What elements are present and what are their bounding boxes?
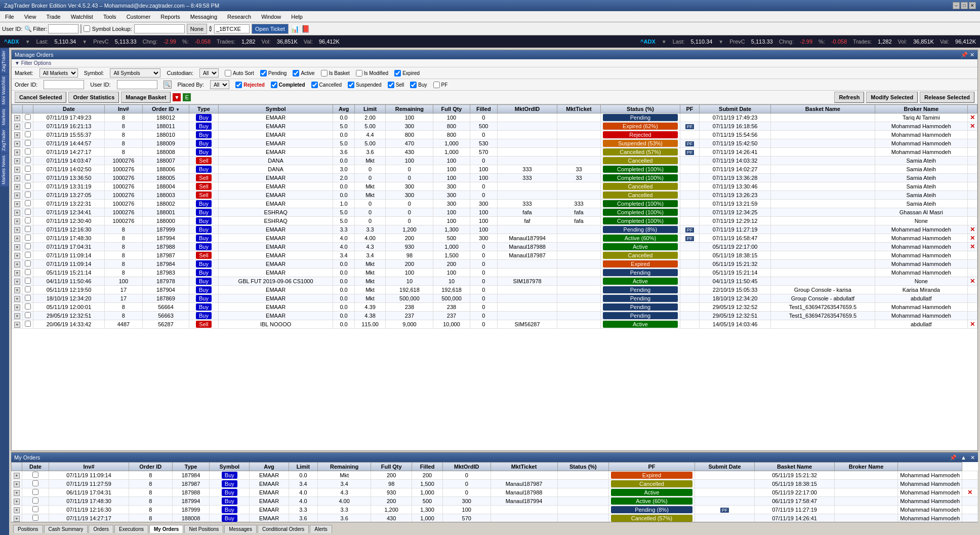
cell-delete[interactable] [968,294,977,303]
delete-button[interactable]: ✕ [967,489,972,496]
side-tab-markets-news[interactable]: Markets News [1,154,9,186]
cell-delete[interactable]: ✕ [968,234,977,243]
col-full-qty[interactable]: Full Qty [433,105,470,113]
row-checkbox[interactable] [25,303,31,310]
expand-button[interactable]: + [14,115,20,121]
row-checkbox[interactable] [25,217,31,223]
sell-checkbox[interactable] [388,82,394,88]
cell-delete[interactable] [968,208,977,217]
tab-positions[interactable]: Positions [13,525,43,533]
side-tab-zagtrader[interactable]: ZagTrader [1,49,9,74]
row-checkbox[interactable] [32,515,38,521]
menu-help[interactable]: Help [288,13,306,21]
col-type[interactable]: Type [189,105,219,113]
col-symbol[interactable]: Symbol [218,105,333,113]
delete-button[interactable]: ✕ [970,114,975,121]
suspended-checkbox[interactable] [348,82,354,88]
expand-button[interactable]: + [14,507,20,513]
table-row[interactable]: + 07/11/19 11:09:14 8 187987 Sell EMAAR … [12,251,977,260]
cell-delete[interactable] [968,165,977,174]
table-row[interactable]: + 07/11/19 12:16:30 8 187999 Buy EMAAR 3… [12,225,977,234]
open-ticket-button[interactable]: Open Ticket [252,24,289,34]
table-row[interactable]: + 07/11/19 12:30:40 1000276 188000 Buy E… [12,217,977,225]
col-remaining[interactable]: Remaining [386,105,433,113]
mo-col-broker[interactable]: Broker Name [834,463,897,471]
mo-col-mkt-ord-id[interactable]: MktOrdID [442,463,491,471]
mo-col-mkt-ticket[interactable]: MktTicket [491,463,557,471]
expand-button[interactable]: + [14,279,20,285]
table-row[interactable]: + 07/11/19 11:27:59 8 187987 Buy EMAAR 3… [12,480,978,488]
table-row[interactable]: + 20/06/19 14:33:42 4487 56287 Sell IBL … [12,320,977,329]
cell-delete[interactable] [962,471,978,480]
pf-checkbox[interactable] [433,82,440,88]
menu-trade[interactable]: Trade [43,13,63,21]
row-checkbox[interactable] [25,226,31,232]
cancel-selected-button[interactable]: Cancel Selected [15,92,66,103]
refresh-button[interactable]: Refresh [834,92,864,103]
cell-delete[interactable] [968,191,977,200]
order-id-input[interactable] [44,80,84,89]
row-checkbox[interactable] [25,131,31,137]
expand-button[interactable]: + [14,124,20,130]
table-row[interactable]: + 07/11/19 12:16:30 8 187999 Buy EMAAR 3… [12,506,978,514]
col-pf[interactable]: PF [680,105,699,113]
menu-messaging[interactable]: Messaging [187,13,220,21]
expand-button[interactable]: + [14,218,20,224]
expand-button[interactable]: + [14,261,20,268]
expand-button[interactable]: + [14,304,20,311]
row-checkbox[interactable] [25,114,31,120]
table-row[interactable]: + 05/11/19 12:19:50 17 187904 Buy EMAAR … [12,286,977,294]
menu-reports[interactable]: Reports [157,13,183,21]
completed-checkbox[interactable] [271,82,277,88]
table-row[interactable]: + 07/11/19 14:27:17 8 188008 Buy EMAAR 3… [12,148,977,157]
side-tab-zagtrader2[interactable]: ZagTrader [1,128,9,153]
orders-table-container[interactable]: Date Inv# Order ID ▼ Type Symbol Avg Lim… [12,104,977,450]
active-checkbox[interactable] [293,70,299,77]
row-checkbox[interactable] [25,321,31,327]
cell-delete[interactable]: ✕ [968,320,977,329]
side-tab-mini-watchlist[interactable]: Mini Watchlist [1,74,9,106]
mo-col-pf[interactable]: PF [609,463,695,471]
close-button[interactable]: ✕ [969,2,976,9]
row-checkbox[interactable] [25,140,31,146]
row-checkbox[interactable] [25,243,31,249]
table-row[interactable]: + 07/11/19 14:02:50 1000276 188006 Buy D… [12,165,977,174]
row-checkbox[interactable] [25,278,31,284]
expand-button[interactable]: + [14,322,20,328]
col-broker-name[interactable]: Broker Name [875,105,967,113]
col-limit[interactable]: Limit [354,105,386,113]
delete-button[interactable]: ✕ [970,235,975,242]
cell-delete[interactable] [968,269,977,277]
cell-delete[interactable]: ✕ [962,488,978,497]
export-pdf-icon[interactable]: ▼ [173,93,181,101]
table-row[interactable]: + 05/11/19 12:00:01 8 56664 Buy EMAAR 0.… [12,303,977,312]
cell-delete[interactable]: ✕ [968,113,977,122]
row-checkbox[interactable] [25,157,31,163]
order-statistics-button[interactable]: Order Statistics [68,92,119,103]
cell-delete[interactable] [968,139,977,148]
table-row[interactable]: + 07/11/19 12:34:41 1000276 188001 Buy E… [12,208,977,217]
row-checkbox[interactable] [25,209,31,215]
is-basket-checkbox[interactable] [321,70,328,77]
row-checkbox[interactable] [25,123,31,129]
tab-cash-summary[interactable]: Cash Summary [44,525,88,533]
export-excel-icon[interactable]: E [183,93,191,101]
manage-orders-pin[interactable]: 📌 [961,52,968,58]
expand-button[interactable]: + [14,296,20,302]
expand-button[interactable]: + [14,287,20,293]
expand-button[interactable]: + [14,184,20,190]
table-row[interactable]: + 07/11/19 11:09:14 8 187984 Buy EMAAR 0… [12,471,978,480]
expand-button[interactable]: + [14,481,20,487]
buy-checkbox[interactable] [410,82,417,88]
filter-input[interactable] [48,24,78,33]
table-row[interactable]: + 07/11/19 17:49:23 8 188012 Buy EMAAR 0… [12,113,977,122]
is-modified-checkbox[interactable] [356,70,362,77]
menu-research[interactable]: Research [224,13,254,21]
table-row[interactable]: + 07/11/19 17:04:31 8 187988 Buy EMAAR 4… [12,243,977,251]
cell-delete[interactable] [968,157,977,165]
cell-delete[interactable] [962,497,978,506]
tab-my-orders[interactable]: My Orders [149,525,183,533]
expand-button[interactable]: + [14,244,20,250]
row-checkbox[interactable] [32,480,38,486]
mo-col-date[interactable]: Date [22,463,49,471]
